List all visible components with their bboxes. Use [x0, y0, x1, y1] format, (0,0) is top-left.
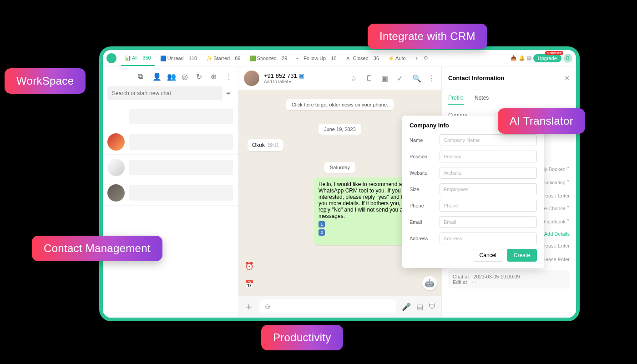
more-icon[interactable]: ⋮	[225, 72, 233, 81]
verified-icon: ▣	[299, 72, 304, 79]
company-info-modal: Company Info Name Position Website Size …	[402, 116, 544, 268]
conv-header: +91 852 731▣ Add to label ▾ ☆ 🗒 ▣ ✓ 🔍 ⋮	[238, 66, 441, 90]
company-name-input[interactable]	[440, 134, 537, 146]
user-avatar[interactable]: B	[563, 54, 572, 63]
snooze-icon: 🟩	[250, 56, 255, 61]
older-messages-pill[interactable]: Click here to get older news on your pho…	[286, 99, 394, 110]
star-icon: ✨	[206, 56, 212, 61]
note-icon[interactable]: 🗒	[366, 74, 374, 82]
refresh-icon[interactable]: ↻	[196, 72, 204, 81]
option-2-badge: 2	[318, 229, 325, 236]
tab-snoozed[interactable]: 🟩Snoozed 29	[246, 50, 291, 66]
attach-icon[interactable]: ＋	[244, 300, 254, 313]
inbox-icon[interactable]: 📥	[511, 55, 517, 61]
composer: ＋ ☺ 🎤 ▤ 🛡	[238, 296, 441, 318]
chat-sidebar: ⧉ 👤 👥 ◎ ↻ ⊕ ⋮ ≡	[103, 66, 238, 318]
search-conv-icon[interactable]: 🔍	[412, 74, 420, 82]
conv-avatar[interactable]	[244, 71, 259, 86]
search-row: ≡	[103, 86, 238, 104]
auto-icon: ⚡	[388, 56, 394, 61]
email-input[interactable]	[440, 216, 537, 228]
conv-phone: +91 852 731▣	[264, 72, 304, 79]
apps-icon[interactable]: ▦	[527, 55, 531, 61]
cp-header: Contact Information✕	[442, 66, 576, 90]
filter-icon[interactable]: ≡	[226, 90, 233, 97]
tab-auto[interactable]: ⚡Auto	[384, 50, 410, 66]
callout-crm: Integrate with CRM	[368, 24, 487, 49]
close-icon[interactable]: ✕	[565, 75, 570, 81]
chevron-down-icon: ˅	[567, 167, 570, 172]
chevron-down-icon: ˅	[567, 219, 570, 224]
message-input[interactable]	[275, 303, 392, 310]
callout-workspace: WorkSpace	[5, 68, 86, 94]
check-icon[interactable]: ✓	[397, 74, 405, 82]
side-tools: ⏰ 📅	[243, 259, 256, 290]
callout-translator: AI Translator	[498, 108, 585, 134]
mic-icon[interactable]: 🎤	[402, 303, 411, 311]
bell-icon[interactable]: 🔔	[519, 55, 525, 61]
day-pill: Saturday	[324, 162, 355, 173]
clock-icon[interactable]: ⏰	[243, 259, 256, 272]
unread-icon: 🟦	[160, 56, 166, 61]
chart-icon: 📊	[125, 55, 130, 61]
group-icon[interactable]: 👥	[167, 72, 175, 81]
cancel-button[interactable]: Cancel	[473, 249, 503, 262]
chevron-down-icon: ▾	[289, 79, 291, 84]
tab-closed[interactable]: ✕Closed 36	[342, 50, 383, 66]
tab-profile[interactable]: Profile	[448, 95, 464, 105]
chevron-down-icon: ˅	[567, 180, 570, 185]
add-tab-icon[interactable]: ＋	[411, 55, 422, 61]
callout-productivity: Productivity	[261, 325, 343, 350]
website-input[interactable]	[440, 167, 537, 179]
tab-starred[interactable]: ✨Starred 89	[202, 50, 244, 66]
position-input[interactable]	[440, 151, 537, 162]
tab-unread[interactable]: 🟦Unread 110	[157, 50, 201, 66]
target-icon[interactable]: ◎	[182, 72, 190, 81]
option-1-badge: 1	[318, 221, 325, 228]
composer-input-wrap: ☺	[259, 299, 396, 314]
cp-tabs: Profile Notes	[442, 90, 576, 105]
phone-input[interactable]	[440, 200, 537, 212]
template-icon[interactable]: ▤	[416, 303, 423, 311]
upgrade-badge: 5 days left	[545, 51, 563, 55]
sidebar-toolbar: ⧉ 👤 👥 ◎ ↻ ⊕ ⋮	[103, 66, 238, 86]
media-icon[interactable]: ▣	[381, 74, 389, 82]
search-input[interactable]	[107, 86, 222, 100]
chat-item[interactable]	[103, 180, 238, 206]
incoming-message: Okok19:11	[248, 139, 283, 151]
create-button[interactable]: Create	[507, 249, 537, 262]
size-input[interactable]	[440, 183, 537, 195]
star-outline-icon[interactable]: ☆	[350, 74, 359, 82]
followup-icon: •	[296, 56, 302, 61]
open-external-icon[interactable]: ⧉	[138, 72, 146, 81]
new-icon[interactable]: ⊕	[211, 72, 219, 81]
tab-all[interactable]: 📊All 350	[121, 50, 155, 66]
tab-notes[interactable]: Notes	[475, 95, 489, 105]
closed-icon: ✕	[346, 56, 351, 61]
address-input[interactable]	[440, 233, 537, 244]
chevron-down-icon: ˅	[567, 206, 570, 211]
chat-item[interactable]	[103, 155, 238, 180]
settings-icon[interactable]: ⚙	[424, 55, 428, 61]
upgrade-button[interactable]: Upgrade5 days left	[533, 54, 561, 62]
date-pill: June 19, 2023	[318, 124, 361, 135]
emoji-icon[interactable]: ☺	[264, 303, 271, 311]
shield-icon[interactable]: 🛡	[429, 303, 436, 311]
add-contact-icon[interactable]: 👤	[152, 72, 161, 81]
cp-meta: Chat at2023-03-05 19:00:09 Edit at- -	[448, 270, 570, 288]
topbar: 📊All 350 🟦Unread 110 ✨Starred 89 🟩Snooze…	[103, 50, 576, 66]
callout-contact-mgmt: Contact Management	[32, 236, 162, 261]
conv-more-icon[interactable]: ⋮	[428, 74, 436, 82]
add-label[interactable]: Add to label ▾	[264, 79, 304, 84]
chat-list	[103, 104, 238, 318]
app-logo	[106, 53, 116, 63]
calendar-icon[interactable]: 📅	[243, 278, 256, 290]
bot-icon[interactable]: 🤖	[422, 276, 437, 290]
chat-item[interactable]	[103, 104, 238, 129]
tab-followup[interactable]: •Follow Up 18	[293, 50, 340, 66]
chat-item[interactable]	[103, 129, 238, 155]
